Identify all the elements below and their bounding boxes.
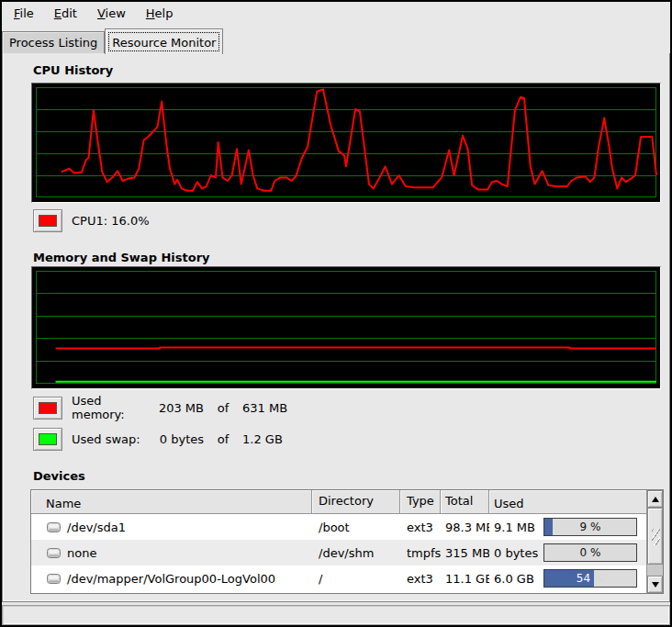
cpu-legend: CPU1: 16.0% [33,208,150,232]
system-monitor-window: File Edit View Help Process Listing Reso… [0,0,672,627]
device-total: 315 MB [441,546,489,560]
device-name: none [67,546,96,560]
scrollbar-thumb[interactable] [647,508,663,565]
scroll-down-button[interactable] [647,576,663,593]
device-name: /dev/sda1 [67,521,126,534]
column-header-used[interactable]: Used [489,490,663,514]
cpu-history-graph [31,83,661,203]
menu-help[interactable]: Help [138,2,182,28]
memory-swap-title: Memory and Swap History [33,251,210,264]
usage-progressbar: 54 % 54 % [543,569,637,588]
swap-legend-label: Used swap: [72,432,151,446]
cpu-history-title: CPU History [33,63,113,77]
notebook-tabs: Process Listing Resource Monitor [2,28,670,54]
menubar: File Edit View Help [2,2,670,28]
harddisk-icon [46,572,62,586]
table-row[interactable]: /dev/sda1 /boot ext3 98.3 MB 9.1 MB 9 % … [31,514,646,540]
swap-of-text: of [204,432,242,446]
usage-progressbar: 9 % 9 % [543,518,637,536]
column-header-name[interactable]: Name [31,490,312,514]
menu-view[interactable]: View [89,2,134,28]
cpu-legend-label: CPU1: 16.0% [72,214,150,228]
cpu-color-swatch-button[interactable] [33,209,62,232]
usage-progress-fill: 54 % [544,570,594,587]
swap-legend: Used swap: 0 bytes of 1.2 GB [33,427,283,451]
status-bar [2,605,670,625]
memory-swap-chart [32,267,660,388]
arrow-up-icon [652,497,659,502]
memory-used-value: 203 MB [151,401,204,415]
usage-progressbar: 0 % 0 % [543,543,637,562]
device-used: 9.1 MB [494,521,535,534]
swap-color-swatch-button[interactable] [33,428,62,451]
harddisk-icon [46,521,62,534]
cpu-history-chart [32,84,660,202]
device-type: ext3 [400,572,441,586]
device-type: ext3 [400,521,441,534]
table-row[interactable]: none /dev/shm tmpfs 315 MB 0 bytes 0 % 0… [31,540,646,565]
memory-swap-graph [31,266,661,389]
devices-table-body: /dev/sda1 /boot ext3 98.3 MB 9.1 MB 9 % … [31,514,646,593]
usage-percent-label: 0 % [544,544,636,561]
swap-total-value: 1.2 GB [242,432,283,446]
device-directory: / [312,572,400,586]
usage-progress-fill: 9 % [544,519,553,535]
device-total: 11.1 GB [441,572,489,586]
menu-file[interactable]: File [6,2,42,28]
column-header-directory[interactable]: Directory [312,490,400,514]
memory-total-value: 631 MB [242,401,287,415]
devices-title: Devices [33,469,85,483]
swap-used-value: 0 bytes [151,432,204,446]
device-name: /dev/mapper/VolGroup00-LogVol00 [67,572,275,586]
cpu-color-swatch [39,215,57,227]
arrow-down-icon [652,582,659,588]
tab-resource-monitor[interactable]: Resource Monitor [105,28,223,54]
devices-table: Name Directory Type Total Used /dev/sda1… [30,489,664,594]
device-directory: /boot [312,521,400,534]
column-header-type[interactable]: Type [400,490,441,514]
device-used: 6.0 GB [494,572,534,586]
vertical-scrollbar[interactable] [646,490,663,593]
device-used: 0 bytes [494,546,538,560]
harddisk-icon [46,546,62,560]
devices-table-header: Name Directory Type Total Used [31,490,663,514]
device-type: tmpfs [400,546,441,560]
tab-process-listing[interactable]: Process Listing [2,31,105,53]
swap-color-swatch [39,433,57,445]
table-row[interactable]: /dev/mapper/VolGroup00-LogVol00 / ext3 1… [31,565,646,591]
memory-legend-label: Used memory: [72,394,151,421]
usage-percent-label: 9 % [544,519,636,535]
column-header-total[interactable]: Total [441,490,489,514]
memory-of-text: of [204,401,242,415]
memory-color-swatch [39,402,57,414]
memory-legend: Used memory: 203 MB of 631 MB [33,396,287,420]
scroll-up-button[interactable] [647,490,663,508]
memory-color-swatch-button[interactable] [33,397,62,420]
device-directory: /dev/shm [312,546,400,560]
scrollbar-grip-icon [652,529,660,545]
menu-edit[interactable]: Edit [46,2,85,28]
device-total: 98.3 MB [441,521,489,534]
resource-monitor-page: CPU History CPU1: 16.0% Memory and Swap … [2,53,670,602]
